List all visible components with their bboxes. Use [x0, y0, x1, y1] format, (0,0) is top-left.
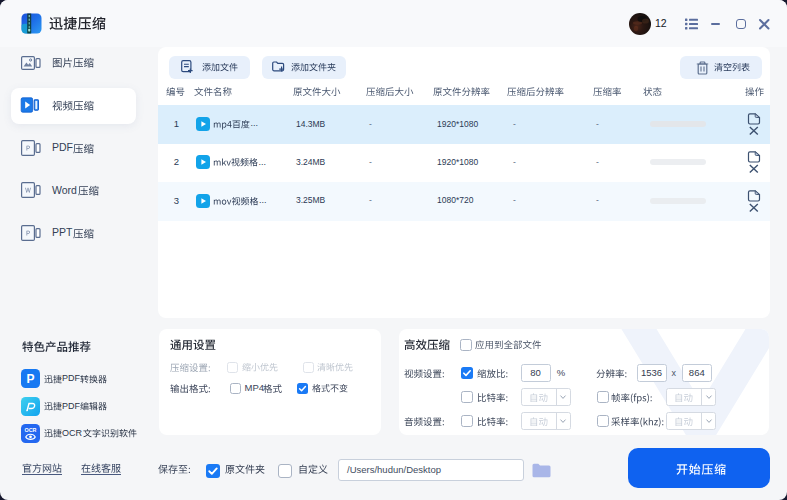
svg-text:OCR: OCR	[24, 427, 36, 433]
svg-text:P: P	[26, 372, 34, 386]
